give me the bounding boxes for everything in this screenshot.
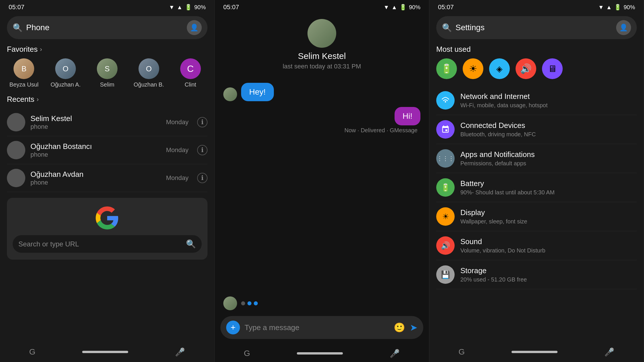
bottom-nav-messages: G 🎤 [215, 345, 429, 362]
recent-oguzhan-b[interactable]: Oğuzhan Bostancı phone Monday ℹ [7, 136, 207, 164]
display-icon: ☀ [436, 207, 455, 226]
fav-clint[interactable]: C Clint [172, 58, 209, 88]
qs-connected[interactable]: 🖥 [542, 58, 563, 79]
storage-desc: 20% used - 51.20 GB free [460, 276, 637, 283]
info-btn-oguzhan-a[interactable]: ℹ [197, 173, 207, 183]
battery-icon: 🔋 [185, 4, 192, 11]
status-icons-settings: ▼ ▲ 🔋 90% [598, 4, 635, 11]
bubble-hi: Hi! [395, 107, 420, 125]
favorites-row: B Beyza Usul O Oğuzhan A. S Selim O Oğuz… [0, 58, 214, 95]
setting-storage[interactable]: 💾 Storage 20% used - 51.20 GB free [436, 260, 637, 289]
fav-selim[interactable]: S Selim [89, 58, 126, 88]
battery-percent-phone: 90% [194, 4, 206, 11]
message-input-field[interactable]: Type a message [245, 323, 389, 332]
beyza-initial: B [22, 64, 26, 73]
signal-icon: ▲ [177, 4, 182, 11]
setting-connected[interactable]: Connected Devices Bluetooth, driving mod… [436, 115, 637, 144]
status-time-settings: 05:07 [438, 3, 454, 11]
info-btn-oguzhan-b[interactable]: ℹ [197, 145, 207, 155]
google-search-icon: 🔍 [186, 239, 196, 249]
battery-icon-settings: 🔋 [614, 4, 621, 11]
recent-date-oguzhan-a: Monday [166, 174, 189, 182]
google-nav-icon-msg[interactable]: G [244, 349, 250, 358]
setting-apps[interactable]: ⋮⋮⋮ Apps and Notifications Permissions, … [436, 144, 637, 173]
connected-name: Connected Devices [460, 121, 637, 130]
sound-desc: Volume, vibration, Do Not Disturb [460, 247, 637, 254]
bottom-nav-phone: G 🎤 [0, 342, 214, 362]
assistant-icon-settings[interactable]: 🎤 [604, 347, 614, 357]
assistant-icon-phone[interactable]: 🎤 [175, 347, 185, 357]
settings-search-bar[interactable]: 🔍 Settings 👤 [436, 16, 637, 39]
recents-chevron[interactable]: › [36, 96, 39, 103]
recent-avatar-selim [7, 113, 25, 131]
storage-name: Storage [460, 266, 637, 275]
favorites-label: Favorites [7, 45, 38, 54]
qs-display[interactable]: ☀ [463, 58, 483, 79]
recent-oguzhan-a[interactable]: Oğuzhan Avdan phone Monday ℹ [7, 164, 207, 192]
typing-avatar [223, 296, 237, 310]
setting-sound[interactable]: 🔊 Sound Volume, vibration, Do Not Distur… [436, 231, 637, 260]
recent-type-selim: phone [30, 123, 161, 131]
phone-panel: 05:07 ▼ ▲ 🔋 90% 🔍 Phone 👤 Favorites › B … [0, 0, 215, 362]
sound-name: Sound [460, 237, 637, 246]
msg-delivered-status: Now · Delivered · GMessage [344, 127, 420, 134]
profile-avatar-phone[interactable]: 👤 [187, 20, 202, 35]
recent-info-selim: Selim Kestel phone [30, 114, 161, 131]
google-widget: Search or type URL 🔍 [7, 198, 207, 260]
google-nav-icon-phone[interactable]: G [29, 347, 36, 357]
profile-avatar-settings[interactable]: 👤 [616, 20, 631, 35]
bubble-hey: Hey! [241, 83, 274, 101]
connected-text: Connected Devices Bluetooth, driving mod… [460, 121, 637, 138]
settings-list: Network and Internet Wi-Fi, mobile, data… [429, 86, 644, 289]
dot-2 [247, 301, 251, 305]
battery-pct-msg: 90% [409, 4, 420, 11]
add-attachment-button[interactable]: + [226, 321, 240, 334]
recent-avatar-oguzhan-b [7, 141, 25, 159]
recent-selim[interactable]: Selim Kestel phone Monday ℹ [7, 108, 207, 136]
sound-icon: 🔊 [436, 236, 455, 255]
display-text: Display Wallpaper, sleep, font size [460, 208, 637, 225]
status-icons-phone: ▼ ▲ 🔋 90% [169, 4, 206, 11]
google-logo [96, 206, 119, 229]
fav-oguzhan-a[interactable]: O Oğuzhan A. [47, 58, 84, 88]
qs-battery[interactable]: 🔋 [436, 58, 457, 79]
network-desc: Wi-Fi, mobile, data usage, hotspot [460, 102, 637, 109]
qs-sound[interactable]: 🔊 [516, 58, 536, 79]
assistant-icon-msg[interactable]: 🎤 [390, 349, 400, 358]
home-pill-phone[interactable] [82, 351, 128, 353]
fav-avatar-oguzhan-b: O [139, 58, 159, 79]
search-icon-settings: 🔍 [442, 23, 452, 32]
fav-avatar-selim: S [97, 58, 118, 79]
network-text: Network and Internet Wi-Fi, mobile, data… [460, 92, 637, 109]
message-input-bar[interactable]: + Type a message 🙂 ➤ [220, 316, 423, 339]
phone-search-bar[interactable]: 🔍 Phone 👤 [7, 16, 207, 39]
battery-desc: 90%- Should last until about 5:30 AM [460, 189, 637, 196]
setting-network[interactable]: Network and Internet Wi-Fi, mobile, data… [436, 86, 637, 115]
favorites-chevron[interactable]: › [40, 46, 42, 53]
setting-display[interactable]: ☀ Display Wallpaper, sleep, font size [436, 202, 637, 231]
recent-name-oguzhan-b: Oğuzhan Bostancı [30, 142, 161, 151]
fav-oguzhan-b[interactable]: O Oğuzhan B. [130, 58, 167, 88]
messages-panel: 05:07 ▼ ▲ 🔋 90% Selim Kestel last seen t… [215, 0, 429, 362]
dot-1 [241, 301, 245, 305]
search-icon-phone: 🔍 [13, 23, 23, 32]
signal-icon-settings: ▲ [606, 4, 612, 11]
qs-wifi[interactable]: ◈ [489, 58, 510, 79]
setting-battery[interactable]: 🔋 Battery 90%- Should last until about 5… [436, 173, 637, 202]
send-button[interactable]: ➤ [410, 322, 418, 333]
home-pill-messages[interactable] [297, 352, 343, 355]
recent-name-oguzhan-a: Oğuzhan Avdan [30, 170, 161, 179]
google-nav-icon-settings[interactable]: G [459, 347, 465, 357]
quick-settings-row: 🔋 ☀ ◈ 🔊 🖥 [429, 58, 644, 86]
google-search-input[interactable]: Search or type URL 🔍 [13, 235, 202, 253]
fav-avatar-oguzhan-a: O [55, 58, 76, 79]
emoji-button[interactable]: 🙂 [394, 322, 405, 333]
msg-hi-row: Hi! [395, 107, 420, 125]
home-pill-settings[interactable] [512, 351, 558, 353]
connected-icon [436, 120, 455, 139]
info-btn-selim[interactable]: ℹ [197, 117, 207, 127]
favorites-header: Favorites › [0, 45, 214, 58]
fav-name-beyza: Beyza Usul [9, 81, 39, 88]
msg-hey-row: Hey! [223, 83, 420, 101]
fav-beyza[interactable]: B Beyza Usul [6, 58, 42, 88]
